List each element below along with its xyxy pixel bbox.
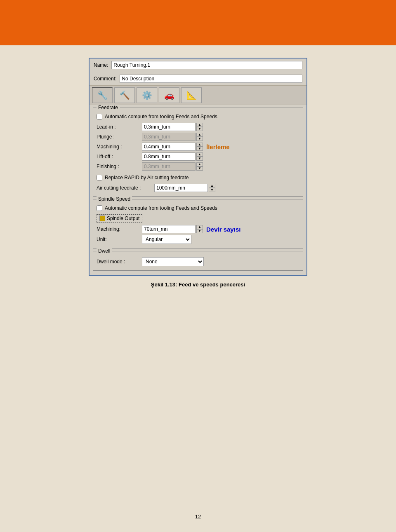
machining-down[interactable]: ▼	[196, 147, 203, 151]
spindle-auto-label: Automatic compute from tooling Feeds and…	[105, 205, 217, 211]
feedrate-section: Feedrate Automatic compute from tooling …	[93, 108, 303, 197]
replace-rapid-checkbox[interactable]	[97, 175, 102, 180]
feedrate-auto-checkbox[interactable]	[97, 114, 102, 120]
machining-feedrate-label: Machining :	[97, 144, 142, 150]
toolbar-icon-1: 🔧	[97, 90, 108, 100]
machining-spindle-up[interactable]: ▲	[196, 225, 203, 229]
machining-feedrate-row: Machining : ▲ ▼ İlerleme	[97, 143, 299, 151]
leadin-row: Lead-in : ▲ ▼	[97, 123, 299, 131]
dialog-box: Name: Comment: 🔧 🔨 ⚙️ 🚗 📐	[89, 58, 307, 276]
dwell-mode-row: Dwell mode : None	[97, 257, 299, 266]
air-cutting-spinner: ▲ ▼	[209, 184, 215, 192]
feedrate-auto-row: Automatic compute from tooling Feeds and…	[97, 114, 299, 120]
feedrate-auto-label: Automatic compute from tooling Feeds and…	[105, 114, 217, 120]
machining-spindle-spinner: ▲ ▼	[196, 225, 203, 233]
dwell-inner: Dwell mode : None	[97, 254, 299, 266]
toolbar-btn-4[interactable]: 🚗	[159, 87, 179, 103]
liftoff-row: Lift-off : ▲ ▼	[97, 152, 299, 161]
caption: Şekil 1.13: Feed ve speeds penceresi	[151, 281, 245, 288]
content-area: Name: Comment: 🔧 🔨 ⚙️ 🚗 📐	[0, 45, 396, 304]
name-input[interactable]	[111, 61, 302, 69]
comment-row: Comment:	[90, 72, 306, 86]
leadin-down[interactable]: ▼	[196, 127, 203, 131]
toolbar-icon-2: 🔨	[120, 90, 130, 100]
plunge-input	[142, 133, 196, 141]
air-cutting-down[interactable]: ▼	[209, 188, 215, 192]
name-label: Name:	[94, 62, 108, 68]
spindle-auto-row: Automatic compute from tooling Feeds and…	[97, 205, 299, 211]
plunge-up[interactable]: ▲	[196, 133, 203, 137]
machining-feedrate-input[interactable]	[142, 143, 196, 151]
spindle-output-icon	[99, 216, 105, 221]
machining-spindle-input[interactable]	[142, 225, 196, 233]
toolbar-icon-4: 🚗	[164, 90, 174, 100]
finishing-down[interactable]: ▼	[196, 166, 203, 171]
finishing-spinner: ▲ ▼	[196, 162, 203, 171]
page-number: 12	[195, 513, 201, 520]
spindle-output-label: Spindle Output	[107, 216, 139, 221]
ilerleme-label: İlerleme	[206, 143, 230, 150]
liftoff-down[interactable]: ▼	[196, 157, 203, 161]
replace-rapid-label: Replace RAPID by Air cutting feedrate	[105, 175, 189, 180]
dwell-section: Dwell Dwell mode : None	[93, 251, 303, 271]
liftoff-spinner: ▲ ▼	[196, 152, 203, 161]
spindle-auto-checkbox[interactable]	[97, 205, 102, 211]
toolbar-btn-2[interactable]: 🔨	[114, 87, 135, 103]
liftoff-up[interactable]: ▲	[196, 152, 203, 157]
leadin-spinner: ▲ ▼	[196, 123, 203, 131]
toolbar-btn-3[interactable]: ⚙️	[137, 87, 157, 103]
leadin-up[interactable]: ▲	[196, 123, 203, 127]
unit-select[interactable]: Angular	[142, 235, 191, 244]
feedrate-inner: Automatic compute from tooling Feeds and…	[97, 110, 299, 192]
machining-spindle-label: Machining:	[97, 226, 142, 232]
devir-label: Devir sayısı	[206, 226, 240, 233]
air-cutting-up[interactable]: ▲	[209, 184, 215, 188]
air-cutting-label: Air cutting feedrate :	[97, 185, 154, 191]
machining-spindle-row: Machining: ▲ ▼ Devir sayısı	[97, 225, 299, 233]
spindle-section: Spindle Speed Automatic compute from too…	[93, 199, 303, 248]
toolbar-btn-5[interactable]: 📐	[181, 87, 202, 103]
liftoff-input[interactable]	[142, 152, 196, 161]
leadin-input[interactable]	[142, 123, 196, 131]
toolbar: 🔧 🔨 ⚙️ 🚗 📐	[90, 86, 306, 105]
toolbar-icon-5: 📐	[186, 90, 197, 100]
air-cutting-input[interactable]	[154, 184, 208, 192]
dwell-mode-label: Dwell mode :	[97, 259, 142, 265]
finishing-row: Finishing : ▲ ▼	[97, 162, 299, 171]
dwell-title: Dwell	[97, 248, 112, 254]
feedrate-title: Feedrate	[97, 105, 120, 110]
plunge-label: Plunge :	[97, 134, 142, 140]
machining-up[interactable]: ▲	[196, 143, 203, 147]
name-row: Name:	[90, 59, 306, 72]
finishing-input	[142, 162, 196, 171]
comment-label: Comment:	[94, 76, 116, 82]
plunge-down[interactable]: ▼	[196, 137, 203, 141]
unit-row: Unit: Angular	[97, 235, 299, 244]
toolbar-btn-1[interactable]: 🔧	[92, 87, 113, 103]
spindle-title: Spindle Speed	[97, 196, 132, 202]
spindle-output-btn[interactable]: Spindle Output	[97, 214, 142, 223]
dwell-mode-select[interactable]: None	[142, 257, 204, 266]
spindle-inner: Automatic compute from tooling Feeds and…	[97, 202, 299, 244]
finishing-up[interactable]: ▲	[196, 162, 203, 166]
replace-rapid-row: Replace RAPID by Air cutting feedrate	[97, 175, 299, 180]
machining-spindle-down[interactable]: ▼	[196, 229, 203, 233]
liftoff-label: Lift-off :	[97, 154, 142, 159]
air-cutting-row: Air cutting feedrate : ▲ ▼	[97, 184, 299, 192]
leadin-label: Lead-in :	[97, 124, 142, 130]
machining-spinner: ▲ ▼	[196, 143, 203, 151]
plunge-row: Plunge : ▲ ▼	[97, 133, 299, 141]
unit-label: Unit:	[97, 237, 142, 242]
plunge-spinner: ▲ ▼	[196, 133, 203, 141]
top-bar	[0, 0, 396, 45]
comment-input[interactable]	[120, 75, 302, 83]
finishing-label: Finishing :	[97, 164, 142, 169]
toolbar-icon-3: ⚙️	[142, 90, 152, 100]
